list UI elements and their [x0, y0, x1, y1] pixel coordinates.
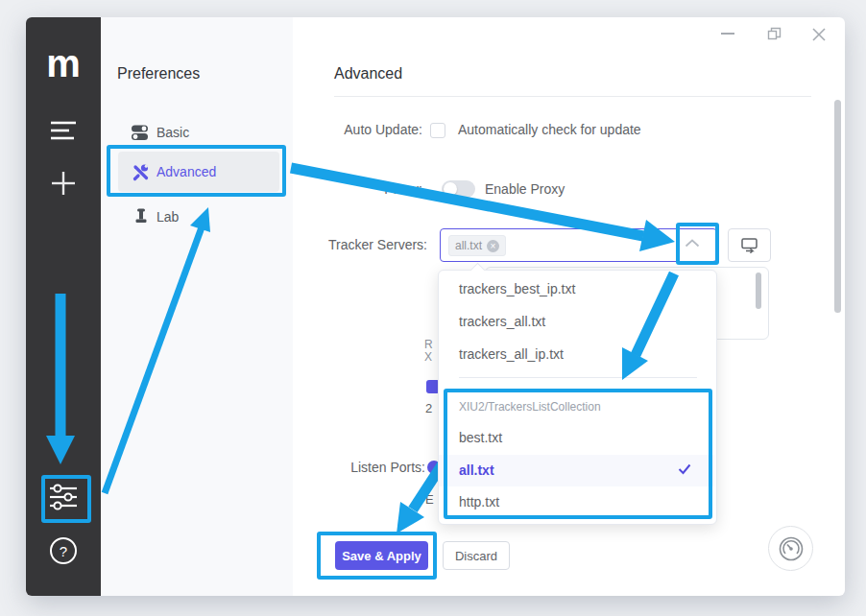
help-icon[interactable]: ?: [49, 536, 78, 565]
tag-close-icon[interactable]: ×: [487, 240, 499, 252]
tracker-tag: all.txt ×: [448, 235, 506, 256]
annotation-box-save: [317, 532, 437, 580]
preferences-panel: [101, 17, 293, 596]
restore-button[interactable]: [767, 27, 782, 41]
discard-button[interactable]: Discard: [443, 541, 510, 570]
tracker-servers-label: Tracker Servers:: [293, 237, 427, 252]
minimize-button[interactable]: [720, 25, 735, 40]
svg-text:?: ?: [60, 543, 67, 559]
task-list-icon[interactable]: [50, 120, 77, 141]
annotation-box-dropdown-group: [444, 389, 712, 519]
auto-update-label: Auto Update:: [288, 122, 422, 137]
dropdown-option[interactable]: trackers_all.txt: [459, 314, 545, 329]
textarea-scrollbar[interactable]: [756, 272, 761, 309]
main-scrollbar[interactable]: [834, 100, 841, 313]
lab-icon: [132, 207, 150, 225]
auto-update-option-label[interactable]: Automatically check for update: [458, 122, 641, 137]
preferences-title: Preferences: [117, 65, 200, 83]
toggles-icon: [131, 124, 149, 141]
close-button[interactable]: [811, 27, 827, 42]
speed-limit-button[interactable]: [768, 526, 813, 571]
dropdown-divider: [459, 377, 697, 378]
proxy-label: Proxy:: [288, 181, 422, 197]
tracker-tag-label: all.txt: [455, 239, 482, 252]
occluded-text-fragment: R: [424, 338, 433, 351]
sidebar-item-label: Basic: [156, 125, 189, 140]
title-divider: [334, 96, 811, 97]
sidebar-item-lab[interactable]: Lab: [118, 200, 279, 234]
annotation-box-sidebar-preferences: [41, 475, 91, 523]
listen-ports-label: Listen Ports:: [291, 460, 425, 475]
motrix-logo: m: [43, 44, 84, 83]
occluded-text-fragment: X: [424, 350, 432, 364]
sync-trackers-icon: [740, 237, 758, 253]
add-task-icon[interactable]: [50, 170, 77, 197]
page-title: Advanced: [334, 65, 402, 83]
dropdown-option[interactable]: trackers_all_ip.txt: [459, 346, 564, 362]
sidebar-item-label: Lab: [156, 209, 179, 225]
proxy-option-label: Enable Proxy: [485, 181, 565, 197]
proxy-toggle-knob: [444, 182, 457, 196]
occluded-text-fragment: E: [425, 492, 434, 507]
speedometer-icon: [778, 535, 805, 562]
occluded-text-fragment: 2: [425, 401, 432, 415]
annotation-box-chevron: [676, 223, 719, 265]
dropdown-option[interactable]: trackers_best_ip.txt: [459, 281, 575, 296]
auto-update-checkbox[interactable]: [430, 123, 445, 138]
annotation-box-advanced: [107, 145, 286, 197]
sync-trackers-button[interactable]: [728, 228, 771, 262]
